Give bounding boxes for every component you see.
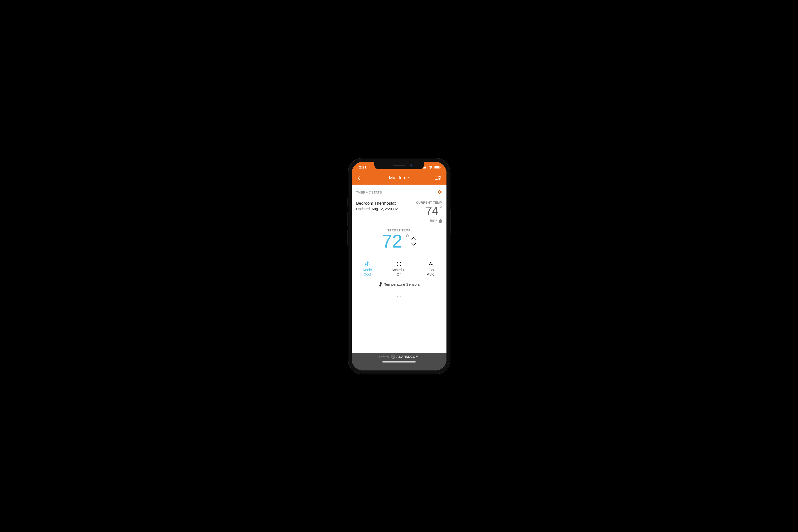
status-time: 2:21 [359,165,367,169]
section-header: THERMOSTATS [352,185,446,197]
thermometer-icon [378,282,382,287]
svg-rect-5 [434,166,439,168]
device-updated: Updated: Aug 12, 2:20 PM [356,207,398,211]
notch [374,162,424,169]
fan-button[interactable]: Fan Auto [415,258,446,279]
section-label: THERMOSTATS [356,191,382,194]
footer-brand: powered by ALARM.COM [379,355,419,359]
chevron-up-icon [411,237,416,240]
degree-symbol: ° [405,233,409,243]
svg-rect-2 [425,167,426,169]
svg-rect-6 [440,167,441,168]
page-indicator [352,290,446,302]
battery-icon [434,166,441,169]
device-row: Bedroom Thermostat Updated: Aug 12, 2:20… [352,197,446,223]
status-indicators [423,166,441,169]
device-info: Bedroom Thermostat Updated: Aug 12, 2:20… [356,201,398,223]
humidity-value: 59% [430,219,437,223]
wifi-icon [429,166,433,169]
target-temp-value: 72° [382,232,409,250]
temp-down-button[interactable] [411,243,416,246]
degree-symbol: ° [440,205,442,212]
mode-button[interactable]: Mode Cool [352,258,383,279]
fan-line2: Auto [416,272,445,277]
screen: 2:21 My Home THERMOSTATS [352,162,446,370]
control-grid: Mode Cool Schedule On Fan Auto [352,258,446,279]
mode-line2: Cool [353,272,382,277]
schedule-line2: On [384,272,414,277]
powered-by-label: powered by [379,356,389,358]
power-button-hw [450,210,451,233]
svg-rect-0 [423,168,424,169]
humidity: 59% [416,219,442,223]
temp-up-button[interactable] [411,237,416,240]
svg-rect-3 [427,166,427,169]
fan-line1: Fan [416,268,445,272]
volume-up-hw [347,212,348,227]
droplet-icon [439,219,442,223]
home-indicator[interactable] [382,361,416,362]
brand-name: ALARM.COM [396,355,419,359]
device-name: Bedroom Thermostat [356,201,398,206]
schedule-button[interactable]: Schedule On [383,258,415,279]
sensors-label: Temperature Sensors [384,282,420,286]
current-temp-block: CURRENT TEMP 74° 59% [416,201,442,223]
footer: powered by ALARM.COM [352,353,446,370]
page-dot [400,296,401,297]
snowflake-icon [365,261,370,266]
svg-point-21 [430,263,431,264]
chevron-down-icon [411,243,416,246]
current-temp-value: 74° [416,205,442,216]
mode-line1: Mode [353,268,382,272]
content: THERMOSTATS Bedroom Thermostat Updated: … [352,185,446,353]
nav-bar: My Home [352,173,446,185]
page-title: My Home [389,175,409,180]
svg-rect-1 [424,167,425,169]
gear-icon [437,190,442,194]
settings-button[interactable] [437,190,442,195]
power-cycle-icon [397,261,402,266]
checklist-icon [435,175,441,180]
current-temp-label: CURRENT TEMP [416,201,442,205]
arrow-left-icon [357,175,363,181]
temperature-sensors-button[interactable]: Temperature Sensors [352,279,446,290]
target-temp-block: TARGET TEMP 72° [352,229,446,250]
schedule-nav-button[interactable] [435,175,442,180]
phone-frame: 2:21 My Home THERMOSTATS [348,158,450,374]
back-button[interactable] [356,175,363,181]
fan-icon [428,261,433,266]
volume-down-hw [347,230,348,245]
page-dot-active [397,296,398,297]
schedule-line1: Schedule [384,268,414,272]
alarm-logo-icon [391,355,395,359]
target-temp-stepper [411,237,416,246]
mute-switch-hw [347,198,348,206]
